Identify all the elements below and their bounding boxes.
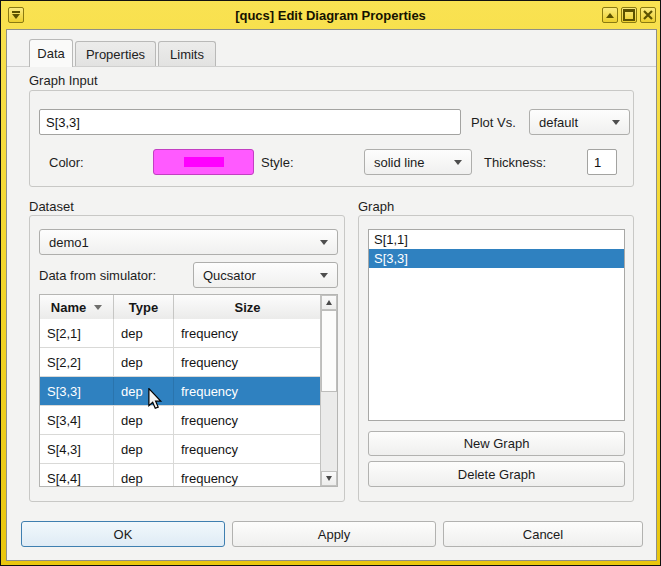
ok-button[interactable]: OK <box>21 521 225 547</box>
row-type-cell: dep <box>114 406 174 434</box>
dataset-value: demo1 <box>49 235 89 250</box>
table-row[interactable]: S[2,2]depfrequency <box>40 348 321 377</box>
row-size-cell: frequency <box>174 406 321 434</box>
plot-vs-combobox[interactable]: default <box>529 109 630 135</box>
scroll-down-icon <box>326 476 332 481</box>
chevron-down-icon <box>612 120 620 125</box>
chevron-down-icon <box>320 240 328 245</box>
dataset-section-label: Dataset <box>29 198 74 214</box>
row-type-cell: dep <box>114 435 174 463</box>
row-name-cell: S[3,4] <box>40 406 114 434</box>
dataset-table-header: Name Type Size <box>40 295 321 320</box>
graph-list-item[interactable]: S[3,3] <box>369 249 624 268</box>
row-size-cell: frequency <box>174 319 321 347</box>
graph-list-item[interactable]: S[1,1] <box>369 230 624 249</box>
color-swatch <box>184 157 224 167</box>
row-size-cell: frequency <box>174 377 321 405</box>
row-size-cell: frequency <box>174 464 321 486</box>
style-value: solid line <box>374 155 425 170</box>
scroll-up-icon <box>326 300 332 305</box>
column-header-size[interactable]: Size <box>174 295 321 319</box>
column-header-name[interactable]: Name <box>40 295 114 319</box>
dataset-table[interactable]: Name Type Size S[2,1]depfrequencyS[2,2]d… <box>39 294 338 487</box>
dataset-combobox[interactable]: demo1 <box>39 229 338 255</box>
dialog-content: Data Properties Limits Graph Input Plot … <box>6 29 657 561</box>
table-row[interactable]: S[4,4]depfrequency <box>40 464 321 486</box>
window-title: [qucs] Edit Diagram Properties <box>235 8 426 23</box>
dataset-table-body: S[2,1]depfrequencyS[2,2]depfrequencyS[3,… <box>40 319 321 486</box>
apply-button[interactable]: Apply <box>232 521 436 547</box>
delete-graph-button[interactable]: Delete Graph <box>368 461 625 487</box>
color-label: Color: <box>49 149 84 175</box>
window-menu-icon <box>12 11 20 13</box>
tab-properties[interactable]: Properties <box>75 41 156 66</box>
graph-input-section-label: Graph Input <box>29 72 98 88</box>
window-menu-button[interactable] <box>8 7 24 23</box>
column-header-type[interactable]: Type <box>114 295 174 319</box>
row-type-cell: dep <box>114 348 174 376</box>
row-name-cell: S[2,1] <box>40 319 114 347</box>
row-size-cell: frequency <box>174 435 321 463</box>
graph-expression-input[interactable] <box>39 109 461 135</box>
scrollbar-thumb[interactable] <box>321 310 337 392</box>
column-header-type-label: Type <box>129 300 158 315</box>
tab-data[interactable]: Data <box>29 39 73 67</box>
row-name-cell: S[3,3] <box>40 377 114 405</box>
row-type-cell: dep <box>114 464 174 486</box>
table-row[interactable]: S[3,3]depfrequency <box>40 377 321 406</box>
row-name-cell: S[2,2] <box>40 348 114 376</box>
close-icon <box>643 10 653 20</box>
row-name-cell: S[4,4] <box>40 464 114 486</box>
table-scrollbar[interactable] <box>320 295 337 486</box>
graph-section-label: Graph <box>358 198 394 214</box>
maximize-button[interactable] <box>621 7 637 23</box>
sort-descending-icon <box>94 305 102 310</box>
plot-vs-label: Plot Vs. <box>471 109 516 135</box>
simulator-value: Qucsator <box>203 268 256 283</box>
titlebar[interactable]: [qucs] Edit Diagram Properties <box>2 2 659 28</box>
chevron-down-icon <box>12 14 20 19</box>
column-header-name-label: Name <box>51 300 86 315</box>
style-label: Style: <box>261 149 294 175</box>
plot-vs-value: default <box>539 115 578 130</box>
table-row[interactable]: S[2,1]depfrequency <box>40 319 321 348</box>
simulator-label: Data from simulator: <box>39 262 156 288</box>
chevron-down-icon <box>320 273 328 278</box>
close-button[interactable] <box>640 7 656 23</box>
maximize-icon <box>623 9 635 21</box>
row-name-cell: S[4,3] <box>40 435 114 463</box>
row-type-cell: dep <box>114 319 174 347</box>
dialog-window: [qucs] Edit Diagram Properties Data Prop… <box>0 0 661 566</box>
chevron-down-icon <box>454 160 462 165</box>
graph-list[interactable]: S[1,1]S[3,3] <box>368 229 625 421</box>
simulator-combobox[interactable]: Qucsator <box>193 262 338 288</box>
row-type-cell: dep <box>114 377 174 405</box>
tabbar-baseline <box>7 66 656 67</box>
thickness-label: Thickness: <box>484 149 546 175</box>
tab-limits[interactable]: Limits <box>158 41 216 66</box>
table-row[interactable]: S[4,3]depfrequency <box>40 435 321 464</box>
color-button[interactable] <box>153 149 254 175</box>
table-row[interactable]: S[3,4]depfrequency <box>40 406 321 435</box>
shade-icon <box>606 13 614 18</box>
scroll-up-button[interactable] <box>321 295 337 310</box>
scroll-down-button[interactable] <box>321 471 337 486</box>
row-size-cell: frequency <box>174 348 321 376</box>
cancel-button[interactable]: Cancel <box>443 521 643 547</box>
new-graph-button[interactable]: New Graph <box>368 431 625 456</box>
thickness-input[interactable] <box>587 149 617 175</box>
shade-button[interactable] <box>602 7 618 23</box>
style-combobox[interactable]: solid line <box>364 149 472 175</box>
column-header-size-label: Size <box>234 300 260 315</box>
